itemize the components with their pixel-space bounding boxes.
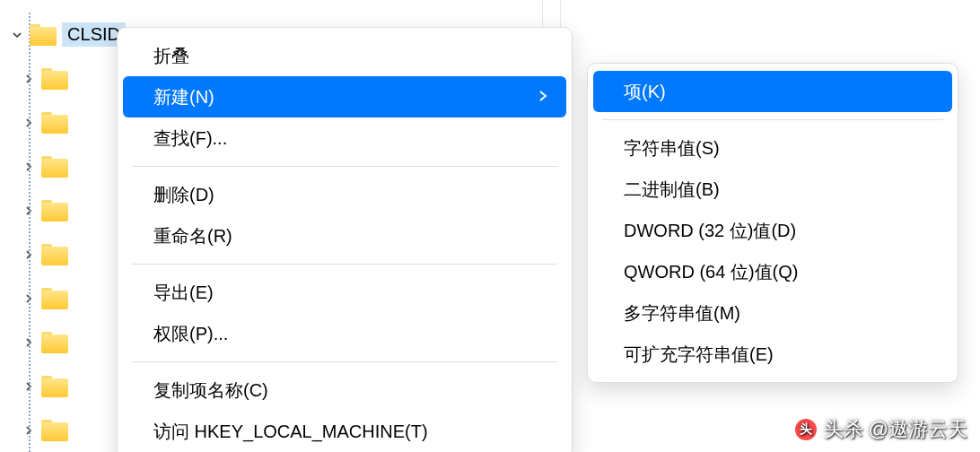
menu-item-label: 新建(N): [153, 85, 214, 109]
menu-item-permissions[interactable]: 权限(P)...: [118, 313, 572, 354]
folder-icon: [41, 288, 68, 309]
menu-item-copy-key-name[interactable]: 复制项名称(C): [118, 369, 572, 411]
menu-item-label: 删除(D): [153, 183, 214, 207]
watermark: 头 头杀 @遨游云天: [795, 416, 967, 443]
menu-item-find[interactable]: 查找(F)...: [118, 117, 572, 159]
tree-item-child[interactable]: [0, 188, 126, 232]
registry-tree: CLSID: [0, 13, 126, 452]
tree-item-child[interactable]: [0, 276, 126, 320]
menu-item-label: 导出(E): [153, 281, 214, 305]
menu-item-delete[interactable]: 删除(D): [118, 174, 572, 215]
menu-item-label: 访问 HKEY_LOCAL_MACHINE(T): [153, 420, 428, 444]
menu-separator: [132, 264, 557, 265]
menu-item-expandable-string-value[interactable]: 可扩充字符串值(E): [588, 334, 958, 375]
chevron-right-icon: [538, 88, 548, 107]
menu-item-string-value[interactable]: 字符串值(S): [588, 127, 958, 169]
menu-item-label: 查找(F)...: [153, 126, 227, 151]
menu-item-label: DWORD (32 位)值(D): [624, 219, 796, 243]
menu-item-label: 项(K): [624, 80, 666, 104]
menu-item-key[interactable]: 项(K): [593, 71, 952, 112]
watermark-icon: 头: [795, 419, 817, 440]
tree-item-child[interactable]: [0, 144, 126, 188]
folder-icon: [30, 24, 55, 46]
menu-item-multi-string-value[interactable]: 多字符串值(M): [588, 292, 958, 334]
tree-item-child[interactable]: [0, 100, 126, 144]
folder-icon: [41, 420, 68, 441]
folder-icon: [41, 200, 68, 222]
tree-item-child[interactable]: [0, 320, 126, 364]
folder-icon: [41, 244, 68, 265]
folder-icon: [41, 376, 68, 397]
submenu-new: 项(K) 字符串值(S) 二进制值(B) DWORD (32 位)值(D) QW…: [587, 63, 958, 383]
tree-item-child[interactable]: [0, 408, 126, 452]
menu-item-label: 折叠: [153, 44, 189, 68]
menu-separator: [602, 119, 943, 120]
folder-icon: [41, 112, 68, 134]
menu-item-new[interactable]: 新建(N): [123, 76, 566, 117]
menu-item-label: 二进制值(B): [624, 178, 720, 202]
tree-item-clsid[interactable]: CLSID: [0, 13, 126, 56]
menu-item-export[interactable]: 导出(E): [118, 272, 572, 313]
menu-item-rename[interactable]: 重命名(R): [118, 215, 572, 256]
folder-icon: [41, 68, 68, 90]
menu-item-dword-value[interactable]: DWORD (32 位)值(D): [588, 210, 958, 251]
menu-item-binary-value[interactable]: 二进制值(B): [588, 169, 958, 210]
menu-separator: [132, 361, 557, 362]
menu-separator: [132, 166, 557, 167]
menu-item-qword-value[interactable]: QWORD (64 位)值(Q): [588, 251, 958, 292]
menu-item-label: QWORD (64 位)值(Q): [624, 260, 798, 284]
menu-item-label: 可扩充字符串值(E): [624, 343, 774, 367]
menu-item-label: 重命名(R): [153, 224, 232, 248]
tree-guide-line: [29, 13, 31, 452]
context-menu: 折叠 新建(N) 查找(F)... 删除(D) 重命名(R) 导出(E) 权限(…: [117, 27, 573, 452]
menu-item-label: 复制项名称(C): [153, 378, 268, 403]
menu-item-label: 权限(P)...: [153, 322, 228, 346]
tree-item-child[interactable]: [0, 232, 126, 276]
tree-item-child[interactable]: [0, 364, 126, 408]
menu-item-label: 字符串值(S): [624, 136, 720, 161]
menu-item-collapse[interactable]: 折叠: [118, 35, 572, 76]
tree-item-child[interactable]: [0, 56, 126, 100]
menu-item-goto-hklm[interactable]: 访问 HKEY_LOCAL_MACHINE(T): [118, 411, 572, 452]
watermark-text: 头杀 @遨游云天: [824, 416, 967, 443]
chevron-down-icon[interactable]: [11, 30, 24, 40]
folder-icon: [41, 332, 68, 353]
folder-icon: [41, 156, 68, 178]
menu-item-label: 多字符串值(M): [624, 301, 740, 326]
